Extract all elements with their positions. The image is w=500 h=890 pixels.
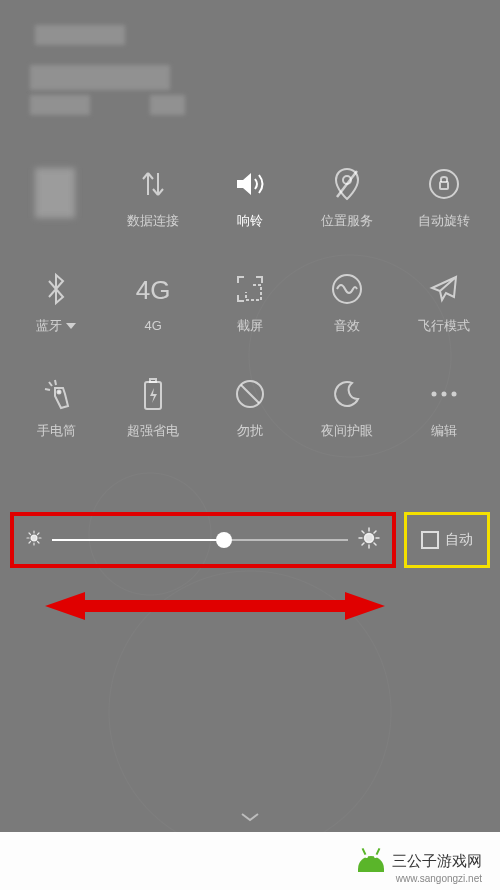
tile-sound[interactable]: 音效 — [298, 250, 395, 355]
svg-marker-31 — [45, 592, 385, 620]
svg-point-22 — [365, 534, 374, 543]
brightness-low-icon — [26, 530, 42, 550]
annotation-arrow — [45, 590, 385, 622]
tile-unknown[interactable] — [8, 145, 105, 250]
tile-4g[interactable]: 4G 4G — [105, 250, 202, 355]
tile-label: 编辑 — [431, 422, 457, 440]
brightness-row: 自动 — [0, 505, 500, 575]
svg-line-27 — [362, 531, 364, 533]
tile-label: 蓝牙 — [36, 317, 76, 335]
tile-night[interactable]: 夜间护眼 — [298, 355, 395, 460]
svg-point-13 — [31, 535, 37, 541]
tile-rotate[interactable]: 自动旋转 — [395, 145, 492, 250]
tile-bluetooth[interactable]: 蓝牙 — [8, 250, 105, 355]
more-icon — [429, 376, 459, 412]
auto-label: 自动 — [445, 531, 473, 549]
tile-label: 夜间护眼 — [321, 422, 373, 440]
android-logo-icon — [356, 850, 386, 872]
svg-rect-3 — [440, 182, 448, 189]
checkbox-icon — [421, 531, 439, 549]
airplane-icon — [428, 271, 460, 307]
rotate-lock-icon — [427, 166, 461, 202]
notification-area — [0, 0, 220, 130]
tile-label: 超强省电 — [127, 422, 179, 440]
data-icon — [138, 166, 168, 202]
svg-point-10 — [431, 391, 436, 396]
tile-label: 数据连接 — [127, 212, 179, 230]
tile-label: 音效 — [334, 317, 360, 335]
tile-label: 截屏 — [237, 317, 263, 335]
watermark-footer: 三公子游戏网 www.sangongzi.net — [0, 832, 500, 890]
svg-line-1 — [337, 171, 357, 197]
tile-battery[interactable]: 超强省电 — [105, 355, 202, 460]
brightness-slider[interactable] — [52, 539, 348, 541]
tile-screenshot[interactable]: 截屏 — [202, 250, 299, 355]
tile-label: 位置服务 — [321, 212, 373, 230]
svg-line-29 — [362, 543, 364, 545]
svg-rect-7 — [150, 379, 156, 382]
svg-point-12 — [451, 391, 456, 396]
4g-icon: 4G — [136, 272, 171, 308]
quick-settings-grid: 数据连接 响铃 位置服务 自动旋转 蓝牙 4G 4G — [0, 145, 500, 460]
svg-line-9 — [241, 385, 259, 403]
flashlight-icon — [41, 376, 71, 412]
svg-line-30 — [374, 531, 376, 533]
night-icon — [332, 376, 362, 412]
chevron-down-icon — [66, 323, 76, 329]
tile-label: 飞行模式 — [418, 317, 470, 335]
svg-line-18 — [29, 533, 31, 535]
tile-location[interactable]: 位置服务 — [298, 145, 395, 250]
tile-label: 勿扰 — [237, 422, 263, 440]
tile-ring[interactable]: 响铃 — [202, 145, 299, 250]
tile-label: 自动旋转 — [418, 212, 470, 230]
svg-line-19 — [38, 542, 40, 544]
tile-label: 手电筒 — [37, 422, 76, 440]
bluetooth-icon — [45, 271, 67, 307]
auto-brightness-toggle[interactable]: 自动 — [404, 512, 490, 568]
svg-point-2 — [430, 170, 458, 198]
tile-dnd[interactable]: 勿扰 — [202, 355, 299, 460]
ring-icon — [233, 166, 267, 202]
slider-thumb[interactable] — [216, 532, 232, 548]
panel-handle[interactable] — [240, 808, 260, 818]
brightness-slider-container — [10, 512, 396, 568]
sound-icon — [331, 271, 363, 307]
tile-airplane[interactable]: 飞行模式 — [395, 250, 492, 355]
svg-line-28 — [374, 543, 376, 545]
footer-url: www.sangongzi.net — [396, 873, 482, 884]
svg-line-20 — [29, 542, 31, 544]
tile-flashlight[interactable]: 手电筒 — [8, 355, 105, 460]
location-off-icon — [333, 166, 361, 202]
battery-icon — [142, 376, 164, 412]
tile-label: 响铃 — [237, 212, 263, 230]
tile-data[interactable]: 数据连接 — [105, 145, 202, 250]
screenshot-icon — [235, 271, 265, 307]
svg-point-5 — [58, 390, 61, 393]
tile-edit[interactable]: 编辑 — [395, 355, 492, 460]
tile-label: 4G — [145, 318, 162, 333]
footer-brand: 三公子游戏网 — [392, 852, 482, 871]
svg-line-21 — [38, 533, 40, 535]
brightness-high-icon — [358, 527, 380, 553]
svg-point-11 — [441, 391, 446, 396]
dnd-icon — [234, 376, 266, 412]
